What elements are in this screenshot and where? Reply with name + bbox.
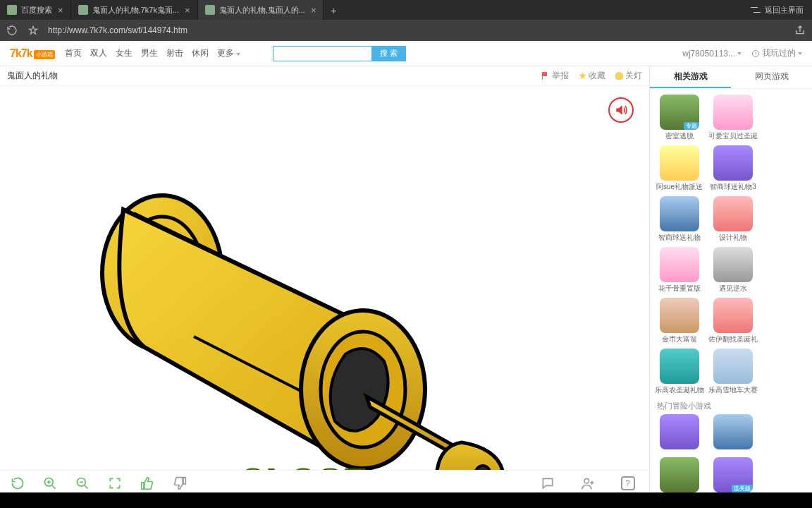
browser-tab[interactable]: 鬼面人的礼物,鬼面人的...×: [198, 0, 324, 20]
bulb-icon: [615, 72, 623, 80]
game-name: 智商球送礼物: [654, 234, 705, 241]
game-name: 佐伊翻找圣诞礼: [708, 335, 758, 343]
game-card[interactable]: 可爱宝贝过圣诞: [708, 95, 758, 140]
nav-link[interactable]: 男生: [141, 48, 158, 58]
game-name: 遇见逆水: [708, 284, 758, 292]
flag-icon: [542, 72, 550, 80]
game-card[interactable]: 阿sue礼物派送: [654, 145, 705, 190]
game-card[interactable]: [708, 414, 758, 452]
sidebar: 相关游戏 网页游戏 专题密室逃脱可爱宝贝过圣诞阿sue礼物派送智商球送礼物3智商…: [650, 66, 812, 508]
game-name: 可爱宝贝过圣诞: [708, 132, 758, 140]
tab-title: 鬼面人的礼物,鬼面人的...: [219, 5, 305, 16]
close-button[interactable]: CLOSE: [240, 461, 368, 470]
thumbs-down-icon: [173, 476, 187, 490]
bottom-bar: [0, 492, 812, 508]
refresh-icon: [11, 476, 25, 490]
game-title: 鬼面人的礼物: [7, 70, 58, 82]
game-name: 金币大富翁: [654, 335, 705, 343]
game-badge: 选关版: [732, 485, 753, 492]
nav-link[interactable]: 休闲: [192, 48, 209, 58]
chevron-down-icon: [798, 52, 802, 55]
game-stage[interactable]: CLOSE: [0, 86, 649, 470]
tab-title: 百度搜索: [21, 5, 52, 16]
tab-favicon: [7, 5, 17, 15]
lights-off-button[interactable]: 关灯: [615, 70, 642, 82]
nav-link[interactable]: 更多: [217, 48, 240, 58]
sound-toggle-button[interactable]: [608, 97, 634, 123]
game-name: 密室逃脱: [654, 132, 705, 140]
close-tab-button[interactable]: ×: [309, 5, 318, 16]
user-menu[interactable]: wj78050113...: [682, 49, 742, 59]
browser-tab[interactable]: 百度搜索×: [0, 0, 71, 20]
nav-link[interactable]: 射击: [166, 48, 183, 58]
speaker-icon: [614, 103, 628, 117]
game-name: 设计礼物: [708, 234, 758, 241]
game-card[interactable]: 遇见逆水: [708, 247, 758, 292]
close-tab-button[interactable]: ×: [56, 5, 65, 16]
sidebar-tab-web[interactable]: 网页游戏: [731, 66, 812, 88]
share-button[interactable]: [794, 24, 806, 37]
game-card[interactable]: 智商球送礼物3: [708, 145, 758, 190]
browser-tab[interactable]: 鬼面人的礼物,7k7k鬼面...×: [71, 0, 198, 20]
chat-icon: [541, 476, 555, 490]
fullscreen-icon: [108, 476, 122, 490]
return-main-label: 返回主界面: [765, 5, 804, 16]
tab-title: 鬼面人的礼物,7k7k鬼面...: [92, 5, 179, 16]
zoom-out-icon: [75, 476, 90, 490]
game-thumbnail: [660, 457, 699, 492]
game-card[interactable]: [654, 414, 705, 452]
svg-point-8: [584, 478, 589, 483]
reload-button[interactable]: [6, 24, 18, 37]
site-header: 7k7k小游戏 首页双人女生男生射击休闲更多 搜 索 wj78050113...…: [0, 41, 812, 66]
tab-favicon: [78, 5, 88, 15]
game-card[interactable]: 乐高雪地车大赛: [708, 349, 758, 394]
game-thumbnail: [713, 95, 753, 130]
sidebar-tab-related[interactable]: 相关游戏: [650, 66, 731, 88]
nav-link[interactable]: 首页: [65, 48, 82, 58]
favorite-button[interactable]: [27, 24, 39, 37]
game-card[interactable]: 专题密室逃脱: [654, 95, 705, 140]
game-thumbnail: [660, 196, 699, 231]
chevron-down-icon: [737, 52, 742, 55]
game-name: 乐高农圣诞礼物: [654, 386, 705, 394]
played-menu[interactable]: 我玩过的: [751, 47, 802, 59]
game-thumbnail: [713, 414, 753, 449]
url-text[interactable]: http://www.7k7k.com/swf/144974.htm: [48, 25, 187, 35]
game-thumbnail: 专题: [660, 95, 699, 130]
sidebar-subheader: 热门冒险小游戏: [653, 398, 809, 413]
game-card[interactable]: 佐伊翻找圣诞礼: [708, 298, 758, 343]
new-tab-button[interactable]: +: [324, 4, 343, 16]
close-tab-button[interactable]: ×: [183, 5, 192, 16]
game-thumbnail: 选关版: [713, 457, 753, 492]
nav-link[interactable]: 女生: [116, 48, 133, 58]
nav-link[interactable]: 双人: [90, 48, 107, 58]
game-name: 智商球送礼物3: [708, 183, 758, 190]
site-logo[interactable]: 7k7k小游戏: [10, 47, 55, 60]
report-button[interactable]: 举报: [542, 70, 569, 82]
game-name: 乐高雪地车大赛: [708, 386, 758, 394]
question-icon: ?: [621, 476, 635, 490]
game-thumbnail: [660, 298, 699, 333]
keyhole-illustration: [85, 178, 522, 470]
game-card[interactable]: 金币大富翁: [654, 298, 705, 343]
game-header: 鬼面人的礼物 举报 收藏 关灯: [0, 66, 649, 86]
game-card[interactable]: 智商球送礼物: [654, 196, 705, 241]
game-thumbnail: [660, 349, 699, 384]
user-plus-icon: [581, 476, 595, 490]
search-input[interactable]: [273, 46, 371, 61]
game-card[interactable]: 乐高农圣诞礼物: [654, 349, 705, 394]
game-thumbnail: [713, 349, 753, 384]
game-badge: 专题: [684, 122, 699, 130]
search-button[interactable]: 搜 索: [371, 46, 406, 61]
game-thumbnail: [660, 247, 699, 282]
favorite-game-button[interactable]: 收藏: [579, 70, 605, 82]
game-name: 阿sue礼物派送: [654, 183, 705, 190]
chevron-down-icon: [236, 53, 240, 56]
game-thumbnail: [713, 196, 753, 231]
game-card[interactable]: 花千骨重置版: [654, 247, 705, 292]
game-thumbnail: [660, 414, 699, 449]
swap-icon: [751, 6, 761, 14]
game-card[interactable]: 设计礼物: [708, 196, 758, 241]
return-main-button[interactable]: 返回主界面: [742, 5, 812, 16]
tab-favicon: [205, 5, 215, 15]
